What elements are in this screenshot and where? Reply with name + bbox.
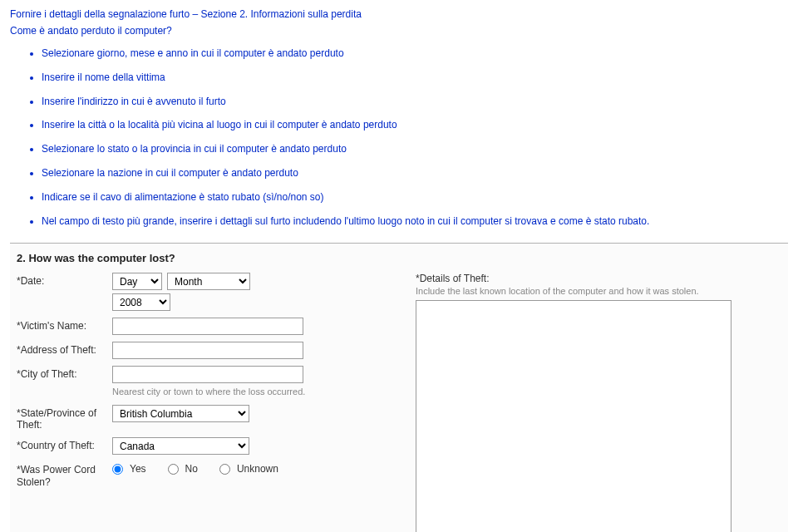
details-label: *Details of Theft: [416,273,781,284]
left-column: *Date: Day Month 2008 *Victim's Name: *A… [17,273,366,532]
section-header: 2. How was the computer lost? [17,252,788,264]
state-select[interactable]: British Columbia [112,405,249,422]
victim-input[interactable] [112,318,303,335]
instruction-item: Inserire l'indirizzo in cui è avvenuto i… [42,95,788,109]
intro-title: Fornire i dettagli della segnalazione fu… [10,7,788,22]
instruction-item: Selezionare lo stato o la provincia in c… [42,142,788,156]
instruction-item: Nel campo di testo più grande, inserire … [42,214,788,229]
city-input[interactable] [112,366,303,383]
country-label: *Country of Theft: [17,437,112,451]
year-select[interactable]: 2008 [112,293,170,311]
instruction-item: Inserire il nome della vittima [42,71,788,85]
date-label: *Date: [17,273,112,287]
instruction-item: Indicare se il cavo di alimentazione è s… [42,190,788,204]
instruction-list: Selezionare giorno, mese e anno in cui i… [10,47,788,228]
radio-label-no: No [185,463,198,475]
month-select[interactable]: Month [167,273,250,290]
radio-label-yes: Yes [130,463,146,475]
instruction-item: Inserire la città o la località più vici… [42,118,788,132]
power-unknown-radio[interactable] [219,464,230,475]
instruction-item: Selezionare giorno, mese e anno in cui i… [42,47,788,61]
state-label: *State/Province of Theft: [17,405,112,431]
power-label: *Was Power Cord Stolen? [17,461,112,488]
details-textarea[interactable] [416,300,732,532]
intro-question: Come è andato perduto il computer? [10,23,788,38]
instruction-item: Selezionare la nazione in cui il compute… [42,166,788,180]
city-label: *City of Theft: [17,366,112,380]
victim-label: *Victim's Name: [17,318,112,332]
address-label: *Address of Theft: [17,342,112,356]
country-select[interactable]: Canada [112,437,249,455]
city-note: Nearest city or town to where the loss o… [112,386,366,397]
radio-label-unknown: Unknown [237,463,278,475]
power-cord-radio-group: Yes No Unknown [112,461,366,475]
address-input[interactable] [112,342,303,359]
power-yes-radio[interactable] [112,464,123,475]
form-section: 2. How was the computer lost? *Date: Day… [10,243,788,532]
right-column: *Details of Theft: Include the last know… [416,273,781,532]
details-note: Include the last known location of the c… [416,285,781,297]
day-select[interactable]: Day [112,273,162,290]
power-no-radio[interactable] [168,464,179,475]
